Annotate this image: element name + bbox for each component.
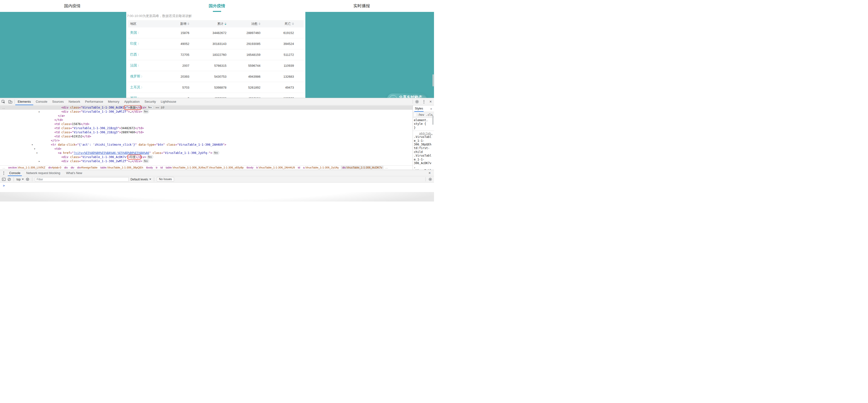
style-filter-input[interactable] — [414, 113, 416, 116]
dom-node-line-8[interactable]: <td class="VirusTable_1-1-306_21Bzg3">28… — [0, 130, 413, 134]
sort-caret-icon[interactable] — [292, 23, 294, 25]
flex-adorner-badge[interactable]: flex — [143, 110, 149, 113]
table-row-英国[interactable]: 英国〉046008684312164128966 — [128, 93, 304, 98]
table-row-法国[interactable]: 法国〉200757663155596744110939 — [128, 60, 304, 71]
dom-node-line-5[interactable]: </td> — [0, 118, 413, 122]
breadcrumb-overflow-ellipsis[interactable]: … — [1, 166, 7, 169]
table-row-巴西[interactable]: 巴西〉727051832276016548159511272 — [128, 49, 304, 60]
devtools-tab-performance[interactable]: Performance — [83, 98, 105, 105]
page-tab-3[interactable]: 实时播报 — [289, 0, 434, 12]
devtools-tab-network[interactable]: Network — [66, 98, 83, 105]
page-tab-1[interactable]: 国内疫情 — [0, 0, 145, 12]
breadcrumb-16[interactable]: div.VirusTable_1-1-306_AcDK7v — [341, 166, 384, 169]
breadcrumb-15[interactable]: a.VirusTable_1-1-306_2yUfq- — [302, 166, 341, 169]
console-prompt-chevron[interactable]: > — [3, 184, 5, 187]
sort-caret-icon[interactable] — [187, 23, 189, 25]
dom-node-line-13[interactable]: ▼<a href="?city=%E5%8D%B0%E5%BA%A6-%E5%8… — [0, 151, 413, 155]
close-devtools-icon[interactable]: × — [427, 98, 434, 105]
drawer-tab-network-request-blocking[interactable]: Network request blocking — [23, 170, 63, 176]
devtools-tab-sources[interactable]: Sources — [50, 98, 66, 105]
more-tabs-icon[interactable]: » — [430, 107, 432, 111]
share-button[interactable]: 分享实时动态 共抗疫情 传递爱 — [387, 93, 427, 98]
settings-gear-icon[interactable] — [413, 98, 421, 105]
devtools-tab-application[interactable]: Application — [122, 98, 142, 105]
flex-adorner-badge[interactable]: flex — [147, 155, 153, 159]
column-header-5[interactable]: 死亡 — [260, 22, 294, 26]
breadcrumb-5[interactable]: div — [69, 166, 76, 169]
table-row-土耳其[interactable]: 土耳其〉57035398878526189249473 — [128, 82, 304, 93]
flex-adorner-badge[interactable]: flex — [143, 159, 149, 163]
region-link[interactable]: 俄罗斯〉 — [128, 74, 159, 79]
breadcrumb-14[interactable]: td — [297, 166, 302, 169]
tab-styles[interactable]: Styles — [415, 105, 423, 112]
breadcrumb-13[interactable]: tr.VirusTable_1-1-306_2AH4U9 — [255, 166, 297, 169]
breadcrumb-3[interactable]: div#ptab-0 — [47, 166, 63, 169]
console-sidebar-toggle-icon[interactable] — [2, 178, 6, 181]
javascript-context-selector[interactable]: top — [17, 178, 24, 181]
region-link[interactable]: 巴西〉 — [128, 53, 159, 57]
breadcrumb-11[interactable]: table.VirusTable_1-1-306_3U6wJT.VirusTab… — [164, 166, 245, 169]
dom-node-line-2[interactable]: <div class="VirusTable_1-1-306_AcDK7v">美… — [0, 105, 413, 110]
live-expression-eye-icon[interactable] — [26, 178, 29, 181]
expand-arrow-closed-icon[interactable]: ▶ — [39, 159, 40, 163]
clear-console-icon[interactable] — [7, 178, 11, 181]
devtools-tab-elements[interactable]: Elements — [15, 98, 33, 105]
table-row-印度[interactable]: 印度〉490523018314329193085394524 — [128, 38, 304, 49]
sort-caret-icon[interactable] — [224, 23, 226, 25]
pseudo-state-toggle[interactable]: :hov — [417, 113, 424, 117]
inspect-element-icon[interactable] — [0, 98, 7, 105]
dom-node-line-9[interactable]: <td class>619152</td> — [0, 134, 413, 138]
flex-adorner-badge[interactable]: flex — [213, 151, 219, 155]
breadcrumb-6[interactable]: div#foreignTable — [76, 166, 99, 169]
class-toggle[interactable]: .cls — [426, 113, 433, 117]
region-link[interactable]: 法国〉 — [128, 63, 159, 68]
table-row-俄罗斯[interactable]: 俄罗斯〉2039354307534943986132683 — [128, 71, 304, 82]
close-drawer-icon[interactable]: × — [426, 170, 433, 177]
column-header-4[interactable]: 治愈 — [226, 22, 260, 26]
dom-node-line-12[interactable]: ▼<td> — [0, 147, 413, 151]
page-scrollbar-thumb[interactable] — [433, 74, 434, 86]
devtools-tab-memory[interactable]: Memory — [105, 98, 122, 105]
element-style-rule[interactable]: element.style {} — [413, 118, 434, 130]
console-filter-input[interactable] — [35, 177, 129, 182]
breadcrumb-10[interactable]: td — [159, 166, 164, 169]
console-settings-gear-icon[interactable] — [428, 178, 432, 181]
dom-node-line-7[interactable]: <td class="VirusTable_1-1-306_21Bzg3">34… — [0, 126, 413, 130]
flex-adorner-badge[interactable]: flex — [147, 105, 153, 109]
expand-arrow-open-icon[interactable]: ▼ — [32, 143, 33, 147]
breadcrumb-8[interactable]: tbody — [145, 166, 154, 169]
breadcrumb-overflow-ellipsis[interactable]: … — [383, 166, 389, 169]
region-link[interactable]: 印度〉 — [128, 41, 159, 46]
drawer-tab-what-s-new[interactable]: What's New — [63, 170, 85, 176]
expand-arrow-open-icon[interactable]: ▼ — [34, 147, 35, 151]
region-link[interactable]: 土耳其〉 — [128, 85, 159, 90]
issues-counter-button[interactable]: No Issues — [157, 177, 174, 182]
stylesheet-link[interactable]: a6dc3ab… — [413, 131, 434, 135]
devtools-tab-security[interactable]: Security — [142, 98, 158, 105]
table-row-美国[interactable]: 美国〉158763448267228897460619152 — [128, 27, 304, 38]
dom-node-line-3[interactable]: ▶<div class="VirusTable_1-1-306_2wMlZf">… — [0, 110, 413, 114]
log-levels-dropdown[interactable]: Default levels — [131, 178, 151, 181]
devtools-tab-console[interactable]: Console — [33, 98, 50, 105]
breadcrumb-7[interactable]: table.VirusTable_1-1-306_38pQEh — [99, 166, 145, 169]
column-header-3[interactable]: 累计 — [189, 22, 226, 26]
region-link[interactable]: 美国〉 — [128, 31, 159, 35]
expand-arrow-open-icon[interactable]: ▼ — [36, 151, 38, 155]
matched-selector-rule[interactable]: .VirusTable_1-1-306_38pQEhtd:first-child… — [413, 135, 434, 170]
breadcrumb-12[interactable]: tbody — [245, 166, 255, 169]
drawer-menu-kebab-icon[interactable] — [1, 170, 6, 177]
dom-node-line-6[interactable]: <td class>15876</td> — [0, 122, 413, 126]
expand-arrow-closed-icon[interactable]: ▶ — [39, 110, 40, 114]
styles-scrollbar-thumb[interactable] — [432, 116, 434, 125]
breadcrumb-2[interactable]: section.Virus_1-1-306_LIVfXZ — [7, 166, 47, 169]
drawer-tab-console[interactable]: Console — [6, 170, 23, 176]
region-link[interactable]: 英国〉 — [128, 96, 159, 98]
breadcrumb-4[interactable]: div — [63, 166, 69, 169]
dom-node-line-15[interactable]: ▶<div class="VirusTable_1-1-306_2wMlZf">… — [0, 159, 413, 163]
dom-node-line-14[interactable]: <div class="VirusTable_1-1-306_AcDK7v">印… — [0, 155, 413, 159]
dom-node-line-4[interactable]: </a> — [0, 114, 413, 118]
page-tab-2[interactable]: 国外疫情 — [145, 0, 289, 12]
device-toolbar-icon[interactable] — [7, 98, 13, 105]
dom-node-line-11[interactable]: ▼<tr data-click="{'act': 'zhishi_listmor… — [0, 143, 413, 147]
breadcrumb-9[interactable]: tr — [154, 166, 159, 169]
